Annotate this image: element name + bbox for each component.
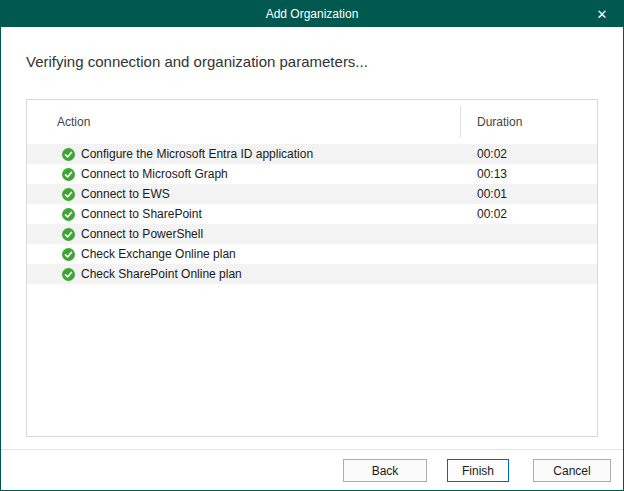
back-button[interactable]: Back	[343, 459, 427, 482]
success-check-icon	[62, 268, 75, 281]
duration-value: 00:02	[477, 147, 507, 161]
list-item[interactable]: Check Exchange Online plan	[27, 244, 597, 264]
close-icon: ✕	[597, 7, 608, 22]
window-title: Add Organization	[266, 7, 359, 21]
status-list: Configure the Microsoft Entra ID applica…	[27, 144, 597, 284]
list-item[interactable]: Check SharePoint Online plan	[27, 264, 597, 284]
footer: Back Finish Cancel	[1, 449, 623, 490]
column-header-action[interactable]: Action	[57, 115, 90, 129]
action-label: Check Exchange Online plan	[81, 247, 236, 261]
duration-value: 00:13	[477, 167, 507, 181]
verification-heading: Verifying connection and organization pa…	[26, 53, 368, 70]
list-item[interactable]: Connect to Microsoft Graph 00:13	[27, 164, 597, 184]
add-organization-dialog: Add Organization ✕ Verifying connection …	[0, 0, 624, 491]
action-label: Connect to SharePoint	[81, 207, 202, 221]
finish-button[interactable]: Finish	[447, 459, 509, 482]
action-label: Configure the Microsoft Entra ID applica…	[81, 147, 313, 161]
action-label: Check SharePoint Online plan	[81, 267, 242, 281]
column-header-duration[interactable]: Duration	[477, 115, 522, 129]
action-label: Connect to EWS	[81, 187, 170, 201]
cancel-button[interactable]: Cancel	[533, 459, 611, 482]
column-separator	[460, 106, 461, 138]
titlebar: Add Organization ✕	[1, 1, 623, 27]
duration-value: 00:01	[477, 187, 507, 201]
verification-list: Action Duration Configure the Microsoft …	[26, 99, 598, 437]
action-label: Connect to Microsoft Graph	[81, 167, 228, 181]
close-button[interactable]: ✕	[581, 1, 623, 27]
success-check-icon	[62, 188, 75, 201]
list-item[interactable]: Configure the Microsoft Entra ID applica…	[27, 144, 597, 164]
duration-value: 00:02	[477, 207, 507, 221]
success-check-icon	[62, 148, 75, 161]
action-label: Connect to PowerShell	[81, 227, 203, 241]
list-item[interactable]: Connect to SharePoint 00:02	[27, 204, 597, 224]
success-check-icon	[62, 168, 75, 181]
success-check-icon	[62, 248, 75, 261]
success-check-icon	[62, 208, 75, 221]
success-check-icon	[62, 228, 75, 241]
list-item[interactable]: Connect to EWS 00:01	[27, 184, 597, 204]
list-header: Action Duration	[27, 100, 597, 144]
list-item[interactable]: Connect to PowerShell	[27, 224, 597, 244]
